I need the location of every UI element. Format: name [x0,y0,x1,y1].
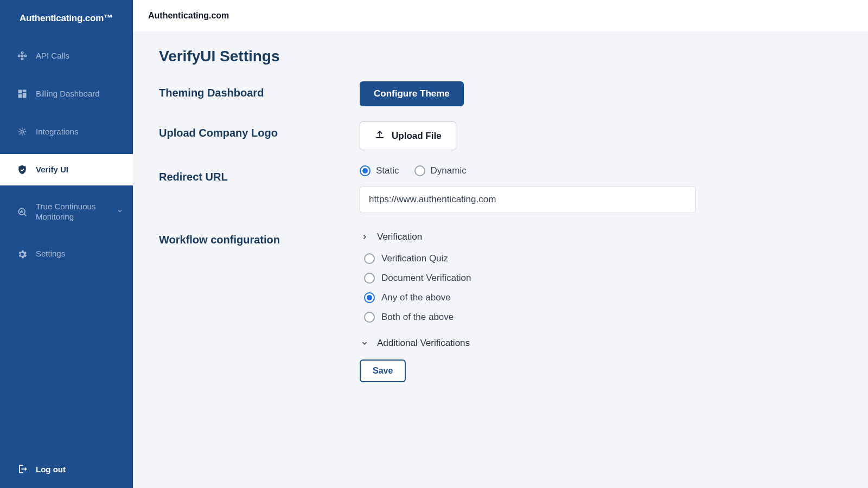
workflow-node-label: Verification [377,232,422,242]
breadcrumb: Authenticating.com [148,11,229,20]
svg-line-15 [24,133,25,134]
logout-button[interactable]: Log out [0,453,133,488]
monitor-icon [16,206,28,218]
svg-point-0 [21,55,23,56]
svg-point-3 [21,52,23,54]
verification-option-label: Both of the above [381,312,454,323]
sidebar-nav: API Calls Billing Dashboard [0,40,133,453]
configure-theme-button[interactable]: Configure Theme [360,81,464,106]
redirect-option-label: Dynamic [431,165,467,176]
dashboard-icon [16,88,28,100]
gear-icon [16,248,28,260]
save-button[interactable]: Save [360,359,406,382]
svg-point-9 [21,131,24,133]
api-icon [16,50,28,62]
label-theming: Theming Dashboard [159,81,360,99]
svg-point-2 [24,55,26,56]
logout-label: Log out [36,465,66,474]
svg-rect-6 [23,90,27,92]
sidebar-item-settings[interactable]: Settings [0,239,133,270]
svg-point-1 [18,55,20,56]
upload-icon [374,129,385,143]
content: VerifyUI Settings Theming Dashboard Conf… [133,31,868,488]
radio-icon [364,273,375,284]
verification-option-document[interactable]: Document Verification [364,268,696,288]
label-redirect: Redirect URL [159,165,360,183]
svg-line-14 [20,129,21,130]
brand-logo: Authenticating.com™ [0,0,133,40]
row-theming: Theming Dashboard Configure Theme [159,81,842,106]
sidebar-item-integrations[interactable]: Integrations [0,116,133,147]
sidebar-item-label: True Continuous Monitoring [36,202,109,222]
sidebar-item-api-calls[interactable]: API Calls [0,40,133,72]
chevron-down-icon [117,208,123,216]
sidebar-item-label: Verify UI [36,165,123,175]
shield-check-icon [16,164,28,176]
verification-option-any[interactable]: Any of the above [364,288,696,307]
radio-icon [414,165,425,176]
logout-icon [16,463,28,475]
redirect-option-static[interactable]: Static [360,165,399,176]
label-upload-logo: Upload Company Logo [159,121,360,139]
sidebar-item-label: API Calls [36,51,123,61]
radio-icon [364,312,375,323]
row-workflow: Workflow configuration Verification Veri… [159,228,842,382]
redirect-option-dynamic[interactable]: Dynamic [414,165,467,176]
label-workflow: Workflow configuration [159,228,360,246]
verification-option-both[interactable]: Both of the above [364,307,696,327]
sidebar-item-tcm[interactable]: True Continuous Monitoring [0,192,133,232]
verification-option-label: Document Verification [381,273,471,284]
redirect-url-input[interactable] [360,186,696,213]
workflow-node-label: Additional Verifications [377,338,470,349]
chevron-right-icon [360,233,369,241]
svg-line-17 [24,129,25,130]
verification-option-label: Verification Quiz [381,253,448,264]
upload-file-button[interactable]: Upload File [360,121,456,150]
radio-icon [364,253,375,264]
sidebar-item-label: Billing Dashboard [36,89,123,99]
radio-icon [360,165,371,176]
sidebar: Authenticating.com™ API Calls Billing Da… [0,0,133,488]
workflow-node-additional[interactable]: Additional Verifications [360,335,696,352]
sidebar-item-label: Integrations [36,127,123,137]
svg-rect-5 [18,90,22,94]
svg-rect-8 [18,94,22,98]
sidebar-item-verify-ui[interactable]: Verify UI [0,154,133,185]
redirect-option-label: Static [376,165,399,176]
verification-option-label: Any of the above [381,292,451,303]
sidebar-item-label: Settings [36,249,123,259]
row-redirect: Redirect URL Static Dynamic [159,165,842,213]
upload-file-label: Upload File [392,131,442,142]
workflow-node-verification[interactable]: Verification [360,228,696,246]
main: Authenticating.com VerifyUI Settings The… [133,0,868,488]
svg-line-16 [20,133,21,134]
sidebar-item-billing[interactable]: Billing Dashboard [0,78,133,110]
topbar: Authenticating.com [133,0,868,31]
svg-line-19 [24,214,26,216]
chevron-down-icon [360,339,369,347]
svg-rect-7 [23,93,27,98]
row-upload-logo: Upload Company Logo Upload File [159,121,842,150]
verification-options: Verification Quiz Document Verification … [360,246,696,335]
svg-point-4 [21,58,23,60]
integrations-icon [16,126,28,138]
page-title: VerifyUI Settings [159,48,842,65]
radio-icon [364,292,375,303]
verification-option-quiz[interactable]: Verification Quiz [364,249,696,268]
